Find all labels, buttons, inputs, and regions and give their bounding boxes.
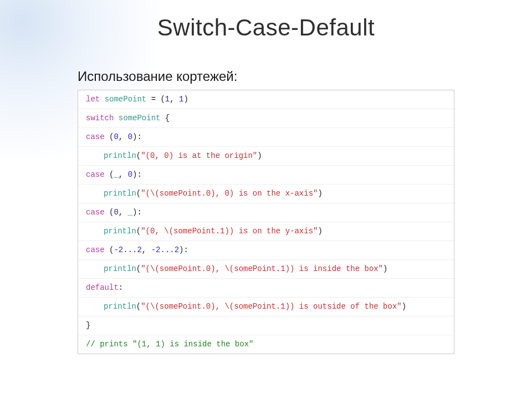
code-line: println("(\(somePoint.0), 0) is on the x… — [78, 185, 454, 203]
keyword-case: case — [86, 132, 105, 141]
identifier: _ — [128, 208, 132, 217]
title-band: Switch-Case-Default — [0, 0, 532, 52]
code-text: ( — [136, 227, 141, 236]
code-text: , — [119, 132, 128, 141]
identifier: println — [104, 151, 136, 160]
slide-title: Switch-Case-Default — [0, 14, 532, 41]
code-text: : — [137, 208, 141, 217]
identifier: somePoint — [119, 114, 161, 122]
code-text — [114, 114, 118, 122]
code-line: println("(\(somePoint.0), \(somePoint.1)… — [78, 260, 454, 279]
keyword-default: default — [86, 283, 119, 292]
code-text: ) — [183, 95, 188, 104]
number-literal: 0 — [114, 208, 118, 217]
code-line: println("(0, \(somePoint.1)) is on the y… — [78, 222, 454, 241]
string-literal: "(\(somePoint.0), \(somePoint.1)) is out… — [141, 302, 401, 311]
string-literal: "(0, 0) is at the origin" — [141, 151, 257, 160]
code-text — [105, 132, 109, 141]
keyword-switch: switch — [86, 114, 114, 122]
number-literal: 0 — [128, 132, 132, 141]
code-line: } — [78, 316, 454, 335]
identifier: println — [104, 189, 136, 198]
code-text: ) — [257, 151, 262, 160]
string-literal: "(\(somePoint.0), \(somePoint.1)) is ins… — [141, 264, 383, 273]
identifier: _ — [114, 170, 118, 179]
code-text — [105, 245, 109, 254]
code-text: ) — [318, 189, 322, 198]
code-text: ( — [136, 189, 141, 198]
code-text: : — [137, 170, 141, 179]
identifier: println — [104, 264, 136, 273]
code-text: ( — [136, 302, 141, 311]
code-line: case (0, _): — [78, 203, 454, 222]
code-text: , — [119, 208, 128, 217]
code-line: case (0, 0): — [78, 128, 454, 147]
keyword-case: case — [86, 245, 105, 254]
code-text: ( — [136, 264, 141, 273]
code-text: = ( — [146, 95, 165, 104]
code-text: { — [160, 114, 170, 122]
subtitle: Использование кортежей: — [78, 69, 454, 84]
code-text — [105, 208, 109, 217]
identifier: somePoint — [105, 95, 147, 104]
code-text: , — [142, 245, 151, 254]
identifier: println — [104, 227, 136, 236]
code-line: let somePoint = (1, 1) — [78, 90, 454, 109]
keyword-case: case — [86, 170, 105, 179]
code-text — [100, 95, 104, 104]
string-literal: "(0, \(somePoint.1)) is on the y-axis" — [141, 227, 318, 236]
number-literal: 1 — [165, 95, 170, 104]
code-text: ) — [402, 302, 406, 311]
code-text: : — [183, 245, 188, 254]
code-text: ) — [318, 227, 322, 236]
code-line: case (_, 0): — [78, 166, 454, 185]
content-area: Использование кортежей: let somePoint = … — [78, 69, 454, 354]
code-text: , — [119, 170, 128, 179]
code-text: ( — [136, 151, 141, 160]
number-literal: -2...2 — [114, 245, 141, 254]
code-line: println("(\(somePoint.0), \(somePoint.1)… — [78, 298, 454, 316]
code-text — [105, 170, 109, 179]
keyword-case: case — [86, 208, 105, 217]
number-literal: 0 — [128, 170, 132, 179]
string-literal: "(\(somePoint.0), 0) is on the x-axis" — [141, 189, 318, 198]
number-literal: 0 — [114, 132, 118, 141]
code-line: switch somePoint { — [78, 109, 454, 128]
code-text: , — [170, 95, 179, 104]
code-text: : — [137, 132, 141, 141]
code-line: // prints "(1, 1) is inside the box" — [78, 335, 454, 354]
code-line: case (-2...2, -2...2): — [78, 241, 454, 260]
number-literal: -2...2 — [151, 245, 179, 254]
code-text: } — [86, 321, 90, 330]
code-block: let somePoint = (1, 1) switch somePoint … — [78, 90, 454, 354]
keyword-let: let — [86, 95, 100, 104]
code-text: ) — [383, 264, 387, 273]
code-line: println("(0, 0) is at the origin") — [78, 147, 454, 166]
code-line: default: — [78, 279, 454, 298]
identifier: println — [104, 302, 136, 311]
code-text: : — [119, 283, 123, 292]
comment: // prints "(1, 1) is inside the box" — [86, 340, 253, 349]
